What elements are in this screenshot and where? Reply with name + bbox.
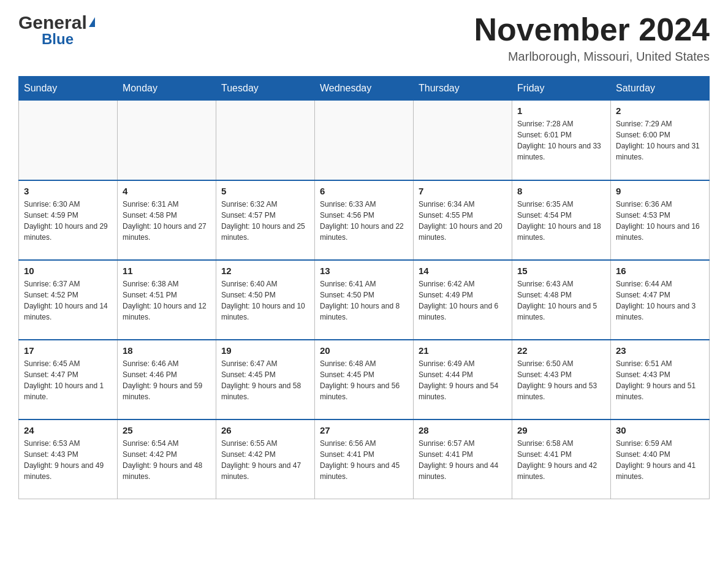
- day-number: 11: [123, 266, 211, 276]
- day-number: 2: [616, 105, 704, 116]
- logo-arrow-icon: [89, 17, 95, 27]
- logo: General Blue: [18, 12, 95, 48]
- day-number: 6: [320, 186, 408, 196]
- day-number: 14: [419, 266, 507, 276]
- day-info: Sunrise: 6:44 AM Sunset: 4:47 PM Dayligh…: [616, 278, 704, 323]
- calendar-row-4: 24Sunrise: 6:53 AM Sunset: 4:43 PM Dayli…: [19, 419, 710, 499]
- day-info: Sunrise: 6:55 AM Sunset: 4:42 PM Dayligh…: [221, 438, 309, 482]
- day-number: 28: [419, 425, 507, 435]
- day-number: 27: [320, 425, 408, 435]
- calendar-cell: 26Sunrise: 6:55 AM Sunset: 4:42 PM Dayli…: [216, 419, 315, 499]
- calendar-cell: 10Sunrise: 6:37 AM Sunset: 4:52 PM Dayli…: [19, 260, 118, 340]
- calendar-cell: 15Sunrise: 6:43 AM Sunset: 4:48 PM Dayli…: [512, 260, 611, 340]
- day-info: Sunrise: 6:36 AM Sunset: 4:53 PM Dayligh…: [616, 199, 704, 243]
- title-area: November 2024 Marlborough, Missouri, Uni…: [474, 12, 710, 64]
- day-info: Sunrise: 6:56 AM Sunset: 4:41 PM Dayligh…: [320, 438, 408, 482]
- day-info: Sunrise: 7:29 AM Sunset: 6:00 PM Dayligh…: [616, 118, 704, 163]
- calendar-cell: 30Sunrise: 6:59 AM Sunset: 4:40 PM Dayli…: [611, 419, 710, 499]
- day-info: Sunrise: 6:48 AM Sunset: 4:45 PM Dayligh…: [320, 358, 408, 402]
- calendar-cell: [216, 101, 315, 180]
- calendar-cell: 22Sunrise: 6:50 AM Sunset: 4:43 PM Dayli…: [512, 340, 611, 419]
- calendar-cell: [118, 101, 216, 180]
- day-info: Sunrise: 6:41 AM Sunset: 4:50 PM Dayligh…: [320, 278, 408, 323]
- day-info: Sunrise: 6:46 AM Sunset: 4:46 PM Dayligh…: [123, 358, 211, 402]
- col-monday: Monday: [118, 77, 216, 101]
- calendar-cell: 18Sunrise: 6:46 AM Sunset: 4:46 PM Dayli…: [118, 340, 216, 419]
- month-title: November 2024: [474, 12, 710, 47]
- calendar-cell: 28Sunrise: 6:57 AM Sunset: 4:41 PM Dayli…: [414, 419, 512, 499]
- day-number: 17: [24, 345, 112, 356]
- calendar-cell: 19Sunrise: 6:47 AM Sunset: 4:45 PM Dayli…: [216, 340, 315, 419]
- day-number: 16: [616, 266, 704, 276]
- calendar-cell: 3Sunrise: 6:30 AM Sunset: 4:59 PM Daylig…: [19, 180, 118, 260]
- day-info: Sunrise: 6:35 AM Sunset: 4:54 PM Dayligh…: [517, 199, 605, 243]
- day-number: 15: [517, 266, 605, 276]
- calendar-cell: 13Sunrise: 6:41 AM Sunset: 4:50 PM Dayli…: [315, 260, 414, 340]
- calendar-row-1: 3Sunrise: 6:30 AM Sunset: 4:59 PM Daylig…: [19, 180, 710, 260]
- day-number: 22: [517, 345, 605, 356]
- day-info: Sunrise: 6:32 AM Sunset: 4:57 PM Dayligh…: [221, 199, 309, 243]
- logo-blue-text: Blue: [42, 31, 74, 48]
- day-number: 3: [24, 186, 112, 196]
- page-header: General Blue November 2024 Marlborough, …: [18, 12, 710, 64]
- calendar-header-row: Sunday Monday Tuesday Wednesday Thursday…: [19, 77, 710, 101]
- col-saturday: Saturday: [611, 77, 710, 101]
- day-number: 9: [616, 186, 704, 196]
- day-number: 21: [419, 345, 507, 356]
- day-info: Sunrise: 6:59 AM Sunset: 4:40 PM Dayligh…: [616, 438, 704, 482]
- day-info: Sunrise: 6:49 AM Sunset: 4:44 PM Dayligh…: [419, 358, 507, 402]
- day-info: Sunrise: 6:53 AM Sunset: 4:43 PM Dayligh…: [24, 438, 112, 482]
- col-sunday: Sunday: [19, 77, 118, 101]
- calendar-row-2: 10Sunrise: 6:37 AM Sunset: 4:52 PM Dayli…: [19, 260, 710, 340]
- day-number: 4: [123, 186, 211, 196]
- day-number: 1: [517, 105, 605, 116]
- calendar-cell: 9Sunrise: 6:36 AM Sunset: 4:53 PM Daylig…: [611, 180, 710, 260]
- calendar-cell: 17Sunrise: 6:45 AM Sunset: 4:47 PM Dayli…: [19, 340, 118, 419]
- calendar-cell: 14Sunrise: 6:42 AM Sunset: 4:49 PM Dayli…: [414, 260, 512, 340]
- day-info: Sunrise: 6:57 AM Sunset: 4:41 PM Dayligh…: [419, 438, 507, 482]
- day-number: 12: [221, 266, 309, 276]
- col-friday: Friday: [512, 77, 611, 101]
- day-info: Sunrise: 6:38 AM Sunset: 4:51 PM Dayligh…: [123, 278, 211, 323]
- day-number: 8: [517, 186, 605, 196]
- logo-general-text: General: [18, 12, 87, 33]
- calendar-cell: 20Sunrise: 6:48 AM Sunset: 4:45 PM Dayli…: [315, 340, 414, 419]
- day-info: Sunrise: 6:31 AM Sunset: 4:58 PM Dayligh…: [123, 199, 211, 243]
- calendar-cell: 24Sunrise: 6:53 AM Sunset: 4:43 PM Dayli…: [19, 419, 118, 499]
- day-info: Sunrise: 6:47 AM Sunset: 4:45 PM Dayligh…: [221, 358, 309, 402]
- day-number: 25: [123, 425, 211, 435]
- calendar-cell: 29Sunrise: 6:58 AM Sunset: 4:41 PM Dayli…: [512, 419, 611, 499]
- calendar-cell: 12Sunrise: 6:40 AM Sunset: 4:50 PM Dayli…: [216, 260, 315, 340]
- day-number: 30: [616, 425, 704, 435]
- day-info: Sunrise: 6:58 AM Sunset: 4:41 PM Dayligh…: [517, 438, 605, 482]
- day-number: 29: [517, 425, 605, 435]
- calendar-cell: 1Sunrise: 7:28 AM Sunset: 6:01 PM Daylig…: [512, 101, 611, 180]
- day-number: 23: [616, 345, 704, 356]
- calendar-cell: 25Sunrise: 6:54 AM Sunset: 4:42 PM Dayli…: [118, 419, 216, 499]
- calendar-cell: [19, 101, 118, 180]
- location-subtitle: Marlborough, Missouri, United States: [474, 50, 710, 64]
- day-number: 10: [24, 266, 112, 276]
- day-info: Sunrise: 6:54 AM Sunset: 4:42 PM Dayligh…: [123, 438, 211, 482]
- calendar-row-0: 1Sunrise: 7:28 AM Sunset: 6:01 PM Daylig…: [19, 101, 710, 180]
- day-number: 13: [320, 266, 408, 276]
- day-info: Sunrise: 6:43 AM Sunset: 4:48 PM Dayligh…: [517, 278, 605, 323]
- day-info: Sunrise: 6:33 AM Sunset: 4:56 PM Dayligh…: [320, 199, 408, 243]
- day-number: 7: [419, 186, 507, 196]
- col-thursday: Thursday: [414, 77, 512, 101]
- calendar-cell: 5Sunrise: 6:32 AM Sunset: 4:57 PM Daylig…: [216, 180, 315, 260]
- day-number: 5: [221, 186, 309, 196]
- col-wednesday: Wednesday: [315, 77, 414, 101]
- calendar-cell: 27Sunrise: 6:56 AM Sunset: 4:41 PM Dayli…: [315, 419, 414, 499]
- day-info: Sunrise: 6:37 AM Sunset: 4:52 PM Dayligh…: [24, 278, 112, 323]
- day-info: Sunrise: 7:28 AM Sunset: 6:01 PM Dayligh…: [517, 118, 605, 163]
- day-info: Sunrise: 6:45 AM Sunset: 4:47 PM Dayligh…: [24, 358, 112, 402]
- day-number: 26: [221, 425, 309, 435]
- day-info: Sunrise: 6:51 AM Sunset: 4:43 PM Dayligh…: [616, 358, 704, 402]
- day-info: Sunrise: 6:34 AM Sunset: 4:55 PM Dayligh…: [419, 199, 507, 243]
- calendar-cell: 7Sunrise: 6:34 AM Sunset: 4:55 PM Daylig…: [414, 180, 512, 260]
- day-number: 18: [123, 345, 211, 356]
- day-number: 19: [221, 345, 309, 356]
- day-info: Sunrise: 6:30 AM Sunset: 4:59 PM Dayligh…: [24, 199, 112, 243]
- calendar-cell: 23Sunrise: 6:51 AM Sunset: 4:43 PM Dayli…: [611, 340, 710, 419]
